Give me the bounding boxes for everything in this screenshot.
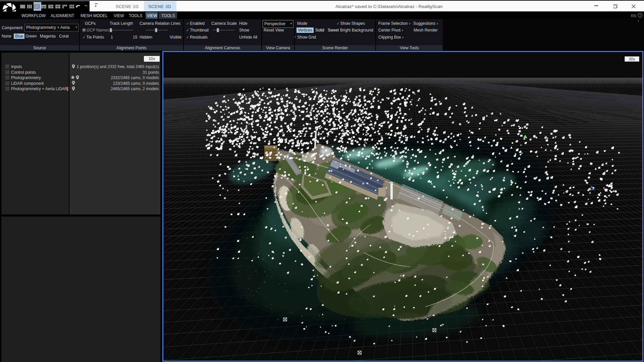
svg-text:?: ? [639, 14, 641, 17]
